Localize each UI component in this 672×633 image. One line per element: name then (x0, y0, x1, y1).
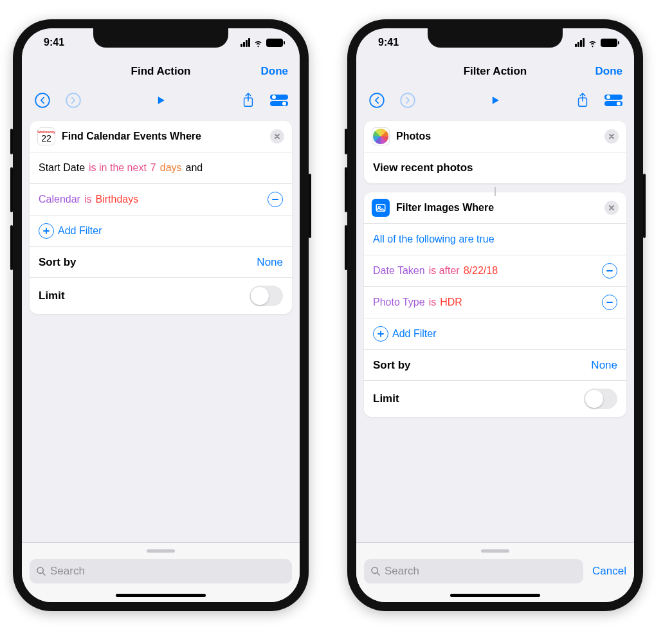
search-input[interactable]: Search (30, 559, 292, 583)
undo-button[interactable] (368, 91, 386, 109)
battery-icon (266, 39, 283, 47)
settings-toggle-button[interactable] (604, 91, 622, 109)
remove-filter-button[interactable] (268, 192, 283, 207)
play-button[interactable] (486, 91, 504, 109)
screen-left: 9:41 Find Action Done (22, 28, 300, 602)
all-true-row[interactable]: All of the following are true (364, 224, 626, 255)
number-token[interactable]: 7 (150, 162, 156, 174)
bottom-sheet: Search Cancel (356, 542, 634, 602)
done-button[interactable]: Done (261, 65, 289, 78)
card-header: Filter Images Where (364, 192, 626, 224)
signal-icon (575, 38, 585, 47)
add-filter-row[interactable]: Add Filter (364, 318, 626, 349)
nav-bar: Find Action Done (22, 57, 300, 86)
screen-right: 9:41 Filter Action Done (356, 28, 634, 602)
redo-button (64, 91, 82, 109)
operator-token[interactable]: is (84, 194, 92, 205)
limit-row: Limit (30, 277, 292, 314)
battery-icon (601, 39, 617, 47)
filter-row-photo-type[interactable]: Photo Type is HDR (364, 286, 626, 318)
filter-images-card: Filter Images Where All of the following… (364, 192, 626, 417)
add-filter-label: Add Filter (392, 328, 436, 340)
filter-row-date-taken[interactable]: Date Taken is after 8/22/18 (364, 255, 626, 286)
sort-by-value[interactable]: None (591, 359, 617, 372)
photos-card[interactable]: Photos View recent photos (364, 121, 626, 183)
search-input[interactable]: Search (364, 559, 583, 583)
nav-bar: Filter Action Done (356, 57, 634, 86)
notch (428, 28, 563, 48)
home-indicator[interactable] (116, 594, 206, 597)
remove-filter-button[interactable] (602, 263, 617, 279)
search-placeholder: Search (385, 565, 419, 578)
toolbar (22, 86, 300, 117)
card-header: Photos (364, 121, 626, 152)
close-icon[interactable] (604, 201, 619, 215)
signal-icon (241, 38, 250, 47)
undo-button[interactable] (33, 91, 51, 109)
phone-right: 9:41 Filter Action Done (347, 19, 643, 611)
value-token[interactable]: 8/22/18 (464, 265, 498, 277)
cancel-button[interactable]: Cancel (592, 565, 626, 578)
content-area: Wednesday 22 Find Calendar Events Where … (22, 117, 300, 542)
grabber-handle[interactable] (481, 549, 509, 553)
settings-toggle-button[interactable] (270, 91, 288, 109)
plus-icon (373, 326, 388, 342)
sort-by-row[interactable]: Sort by None (364, 349, 626, 380)
bottom-sheet: Search (22, 542, 300, 602)
unit-token[interactable]: days (160, 162, 182, 174)
sort-by-row[interactable]: Sort by None (30, 246, 292, 277)
svg-point-4 (272, 95, 276, 99)
svg-point-0 (35, 93, 50, 107)
sort-by-label: Sort by (39, 256, 77, 269)
photos-subtitle-row[interactable]: View recent photos (364, 152, 626, 183)
add-filter-row[interactable]: Add Filter (30, 215, 292, 246)
limit-switch[interactable] (584, 389, 617, 409)
operator-token[interactable]: is (429, 297, 437, 308)
share-button[interactable] (574, 91, 592, 109)
remove-filter-button[interactable] (602, 295, 617, 310)
status-right (575, 37, 617, 48)
home-indicator[interactable] (450, 594, 540, 597)
all-true-label: All of the following are true (373, 234, 495, 245)
limit-label: Limit (39, 289, 65, 302)
operator-token[interactable]: is in the next (89, 162, 147, 174)
calendar-icon: Wednesday 22 (37, 127, 55, 145)
status-time: 9:41 (378, 37, 399, 48)
plus-icon (39, 223, 54, 239)
done-button[interactable]: Done (595, 65, 623, 78)
svg-point-8 (370, 93, 384, 107)
field-token[interactable]: Photo Type (373, 297, 425, 308)
svg-point-12 (606, 95, 610, 99)
card-title: Find Calendar Events Where (62, 131, 264, 142)
filter-icon (372, 199, 390, 217)
limit-switch[interactable] (250, 286, 283, 306)
grabber-handle[interactable] (147, 549, 175, 553)
content-area: Photos View recent photos Filter Images … (356, 117, 634, 542)
share-button[interactable] (239, 91, 257, 109)
operator-token[interactable]: is after (429, 265, 460, 277)
svg-point-14 (617, 102, 621, 106)
field-token[interactable]: Date Taken (373, 265, 425, 277)
card-title: Filter Images Where (396, 202, 598, 214)
status-right (241, 37, 283, 48)
photos-subtitle: View recent photos (373, 161, 473, 174)
svg-point-1 (66, 93, 80, 107)
value-token[interactable]: Birthdays (96, 194, 139, 205)
phone-left: 9:41 Find Action Done (13, 19, 309, 611)
add-filter-label: Add Filter (58, 225, 102, 237)
play-button[interactable] (152, 91, 170, 109)
limit-label: Limit (373, 392, 399, 405)
filter-row-start-date[interactable]: Start Date is in the next 7 days and (30, 152, 292, 183)
nav-title: Filter Action (464, 65, 527, 78)
value-token[interactable]: HDR (440, 297, 462, 308)
sort-by-label: Sort by (373, 359, 411, 372)
card-header: Wednesday 22 Find Calendar Events Where (30, 121, 292, 152)
filter-row-calendar[interactable]: Calendar is Birthdays (30, 183, 292, 215)
field-token[interactable]: Calendar (39, 194, 80, 205)
notch (93, 28, 228, 48)
close-icon[interactable] (270, 129, 284, 143)
close-icon[interactable] (604, 129, 619, 143)
sort-by-value[interactable]: None (257, 256, 283, 269)
photos-icon (372, 127, 390, 145)
toolbar (356, 86, 634, 117)
